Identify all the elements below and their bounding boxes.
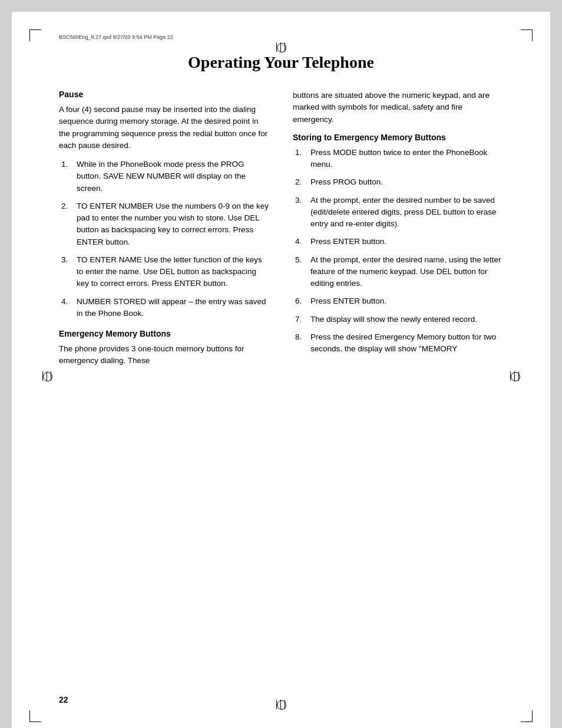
- list-num: 1.: [61, 159, 72, 195]
- list-item: 6. Press ENTER button.: [293, 295, 503, 307]
- list-num: 1.: [295, 147, 306, 171]
- reg-mark-left: [42, 371, 52, 381]
- list-num: 4.: [61, 296, 72, 320]
- list-text: TO ENTER NUMBER Use the numbers 0-9 on t…: [77, 200, 269, 248]
- list-item: 1. While in the PhoneBook mode press the…: [59, 159, 269, 195]
- corner-mark-tl: [29, 29, 41, 41]
- list-num: 2.: [295, 176, 306, 188]
- pause-section: Pause A four (4) second pause may be ins…: [59, 90, 269, 319]
- list-text: NUMBER STORED will appear – the entry wa…: [77, 296, 269, 320]
- list-text: TO ENTER NAME Use the letter function of…: [77, 254, 269, 290]
- list-item: 1. Press MODE button twice to enter the …: [293, 147, 503, 171]
- reg-mark-top: [276, 42, 286, 52]
- list-num: 3.: [295, 195, 306, 230]
- list-text: Press the desired Emergency Memory butto…: [310, 331, 503, 355]
- left-column: Pause A four (4) second pause may be ins…: [59, 90, 269, 374]
- list-text: Press ENTER button.: [310, 236, 503, 248]
- list-item: 8. Press the desired Emergency Memory bu…: [293, 331, 503, 355]
- page-title: Operating Your Telephone: [59, 53, 503, 72]
- corner-mark-bl: [29, 710, 41, 722]
- list-num: 8.: [295, 331, 306, 355]
- list-num: 2.: [61, 200, 72, 248]
- list-item: 5. At the prompt, enter the desired name…: [293, 254, 503, 290]
- list-num: 7.: [295, 314, 306, 325]
- list-text: The display will show the newly entered …: [310, 314, 503, 325]
- pause-intro: A four (4) second pause may be inserted …: [59, 104, 269, 151]
- list-text: Press ENTER button.: [310, 295, 503, 307]
- page-header-meta: BSC500Eng_8.27.qxd 8/27/03 9:54 PM Page …: [59, 34, 173, 40]
- two-column-layout: Pause A four (4) second pause may be ins…: [59, 90, 503, 374]
- list-item: 3. TO ENTER NAME Use the letter function…: [59, 254, 269, 290]
- corner-mark-br: [521, 710, 533, 722]
- list-text: Press MODE button twice to enter the Pho…: [310, 147, 503, 171]
- reg-mark-bottom: [276, 700, 286, 709]
- storing-heading: Storing to Emergency Memory Buttons: [293, 133, 503, 142]
- page-number: 22: [59, 695, 68, 704]
- list-num: 5.: [295, 254, 306, 290]
- list-item: 3. At the prompt, enter the desired numb…: [293, 195, 503, 230]
- list-item: 2. TO ENTER NUMBER Use the numbers 0-9 o…: [59, 200, 269, 248]
- emergency-section-left: Emergency Memory Buttons The phone provi…: [59, 329, 269, 367]
- storing-list: 1. Press MODE button twice to enter the …: [293, 147, 503, 355]
- list-num: 4.: [295, 236, 306, 248]
- list-item: 2. Press PROG button.: [293, 176, 503, 188]
- list-num: 6.: [295, 295, 306, 307]
- document-page: BSC500Eng_8.27.qxd 8/27/03 9:54 PM Page …: [12, 12, 550, 728]
- right-column: buttons are situated above the numeric k…: [293, 90, 503, 374]
- right-intro: buttons are situated above the numeric k…: [293, 90, 503, 126]
- list-text: Press PROG button.: [310, 176, 503, 188]
- emergency-intro-left: The phone provides 3 one-touch memory bu…: [59, 343, 269, 367]
- list-text: At the prompt, enter the desired name, u…: [310, 254, 503, 290]
- list-text: While in the PhoneBook mode press the PR…: [77, 159, 269, 195]
- pause-list: 1. While in the PhoneBook mode press the…: [59, 159, 269, 319]
- list-item: 4. Press ENTER button.: [293, 236, 503, 248]
- list-text: At the prompt, enter the desired number …: [310, 195, 503, 230]
- list-item: 7. The display will show the newly enter…: [293, 314, 503, 325]
- pause-heading: Pause: [59, 90, 269, 99]
- reg-mark-right: [510, 371, 520, 381]
- corner-mark-tr: [521, 29, 533, 41]
- emergency-heading-left: Emergency Memory Buttons: [59, 329, 269, 338]
- list-num: 3.: [61, 254, 72, 290]
- list-item: 4. NUMBER STORED will appear – the entry…: [59, 296, 269, 320]
- storing-section: Storing to Emergency Memory Buttons 1. P…: [293, 133, 503, 355]
